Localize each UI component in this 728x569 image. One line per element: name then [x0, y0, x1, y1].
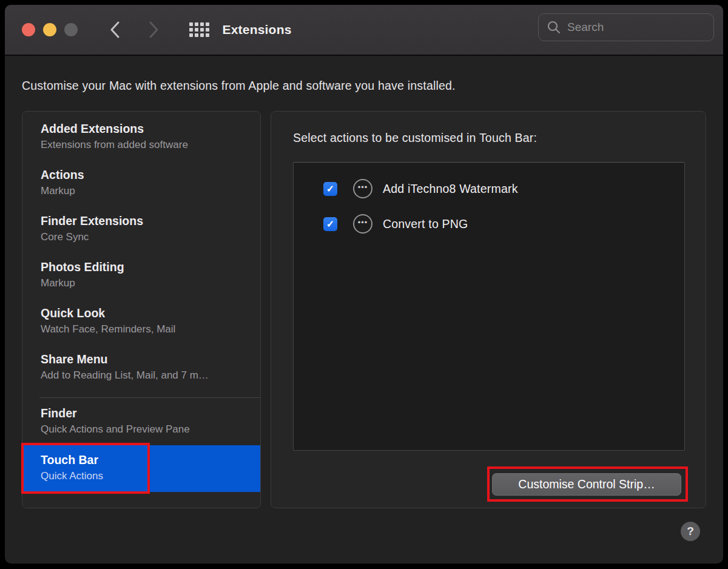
item-subtitle: Extensions from added software: [41, 137, 260, 152]
traffic-lights: [22, 23, 78, 36]
item-subtitle: Core Sync: [41, 229, 260, 244]
sidebar-item-quick-look[interactable]: Quick Look Watch Face, Reminders, Mail: [22, 305, 260, 337]
search-field[interactable]: Search: [538, 13, 714, 41]
back-button[interactable]: [104, 19, 125, 40]
window-title: Extensions: [223, 22, 292, 37]
checkmark-icon: ✓: [326, 183, 334, 195]
sidebar-item-added-extensions[interactable]: Added Extensions Extensions from added s…: [22, 121, 260, 152]
action-row-convert-png: ✓ ••• Convert to PNG: [294, 206, 684, 241]
extensions-preferences-window: Extensions Search Customise your Mac wit…: [5, 5, 723, 564]
action-row-watermark: ✓ ••• Add iTechno8 Watermark: [294, 171, 684, 206]
checkbox-checked[interactable]: ✓: [323, 217, 337, 231]
search-placeholder: Search: [567, 21, 604, 34]
quick-action-icon: •••: [353, 214, 372, 234]
minimize-button[interactable]: [43, 23, 56, 36]
item-title: Finder Extensions: [41, 213, 260, 229]
forward-button: [143, 19, 164, 40]
item-title: Added Extensions: [41, 121, 260, 137]
sidebar-item-finder-extensions[interactable]: Finder Extensions Core Sync: [22, 213, 260, 244]
item-subtitle: Watch Face, Reminders, Mail: [41, 322, 260, 337]
sidebar-list: Added Extensions Extensions from added s…: [22, 112, 260, 437]
page-description: Customise your Mac with extensions from …: [22, 79, 456, 93]
item-subtitle: Quick Actions: [41, 468, 260, 483]
quick-action-icon: •••: [353, 179, 372, 198]
chevron-left-icon: [110, 21, 120, 38]
item-title: Photos Editing: [41, 259, 260, 275]
item-title: Share Menu: [41, 351, 260, 368]
actions-listbox: ✓ ••• Add iTechno8 Watermark ✓ ••• Conve…: [293, 162, 685, 451]
extensions-sidebar: Added Extensions Extensions from added s…: [22, 111, 261, 508]
touch-bar-settings-panel: Select actions to be customised in Touch…: [271, 111, 706, 508]
action-label: Add iTechno8 Watermark: [383, 182, 518, 196]
sidebar-item-finder[interactable]: Finder Quick Actions and Preview Pane: [22, 405, 260, 437]
sidebar-item-share-menu[interactable]: Share Menu Add to Reading List, Mail, an…: [22, 351, 260, 383]
item-title: Finder: [41, 405, 260, 422]
sidebar-item-actions[interactable]: Actions Markup: [22, 167, 260, 198]
item-title: Quick Look: [41, 305, 260, 322]
action-label: Convert to PNG: [383, 217, 468, 231]
sidebar-item-photos-editing[interactable]: Photos Editing Markup: [22, 259, 260, 291]
show-all-grid-icon[interactable]: [189, 22, 209, 37]
item-subtitle: Add to Reading List, Mail, and 7 m…: [41, 368, 260, 383]
sidebar-item-touch-bar[interactable]: Touch Bar Quick Actions: [22, 445, 260, 492]
search-icon: [547, 20, 561, 35]
chevron-right-icon: [149, 21, 159, 38]
item-subtitle: Markup: [41, 275, 260, 291]
sidebar-divider: [39, 397, 260, 398]
close-button[interactable]: [22, 23, 35, 36]
item-title: Actions: [41, 167, 260, 183]
item-title: Touch Bar: [41, 452, 260, 468]
title-bar: Extensions Search: [5, 5, 723, 56]
help-button[interactable]: ?: [681, 522, 700, 541]
item-subtitle: Markup: [41, 183, 260, 198]
customise-control-strip-button[interactable]: Customise Control Strip…: [492, 473, 681, 496]
checkmark-icon: ✓: [326, 218, 334, 230]
item-subtitle: Quick Actions and Preview Pane: [41, 422, 260, 437]
checkbox-checked[interactable]: ✓: [323, 182, 337, 196]
panel-header: Select actions to be customised in Touch…: [271, 112, 706, 145]
question-mark-icon: ?: [687, 525, 694, 538]
zoom-button: [64, 23, 78, 36]
